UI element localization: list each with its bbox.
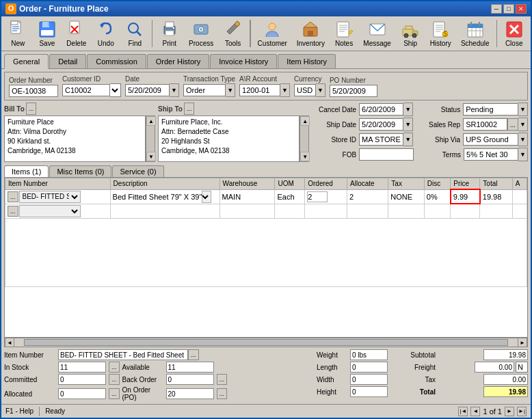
next-page-btn[interactable]: ►	[505, 407, 514, 416]
tools-button[interactable]: Tools	[219, 18, 247, 49]
description-dropdown[interactable]	[202, 191, 211, 203]
delete-button[interactable]: Delete	[62, 18, 90, 49]
transaction-type-dropdown-btn[interactable]: ▼	[226, 83, 235, 97]
first-page-btn[interactable]: |◄	[458, 407, 468, 416]
last-page-btn[interactable]: ►|	[517, 407, 527, 416]
ordered-input[interactable]	[307, 191, 328, 202]
customer-id-input[interactable]	[62, 84, 110, 96]
allocated-input[interactable]	[58, 388, 106, 399]
height-input[interactable]	[350, 386, 388, 397]
in-stock-input[interactable]	[58, 362, 106, 373]
close-button[interactable]: Close	[500, 18, 528, 49]
committed-input[interactable]	[58, 374, 106, 385]
tab-misc-items[interactable]: Misc Items (0)	[49, 165, 111, 177]
ship-button[interactable]: Ship	[397, 18, 425, 49]
ar-account-input[interactable]	[239, 84, 280, 96]
cancel-date-input[interactable]	[359, 103, 403, 116]
undo-button[interactable]: Undo	[92, 18, 120, 49]
po-number-input[interactable]	[330, 85, 377, 97]
item-browse-btn[interactable]: ...	[8, 191, 18, 202]
store-id-dropdown[interactable]: ▼	[403, 133, 413, 146]
available-input[interactable]	[166, 362, 214, 373]
scroll-thumb[interactable]	[24, 339, 508, 346]
svg-line-17	[137, 31, 141, 36]
cell-item-number[interactable]: ... BED- FITTED SHE	[5, 189, 111, 204]
schedule-button[interactable]: Schedule	[457, 18, 494, 49]
customer-button[interactable]: Customer	[254, 18, 291, 49]
print-button[interactable]: Print	[155, 18, 183, 49]
cell-ordered[interactable]	[305, 189, 347, 204]
item-browse-btn-2[interactable]: ...	[8, 206, 18, 217]
currency-dropdown-btn[interactable]: ▼	[316, 83, 325, 97]
process-button[interactable]: Process	[185, 18, 217, 49]
weight-input[interactable]	[350, 349, 388, 360]
tab-item-history[interactable]: Item History	[278, 54, 336, 68]
order-number-input[interactable]	[9, 85, 58, 97]
freight-extra-input[interactable]	[516, 362, 528, 373]
scroll-right-btn[interactable]: ►	[518, 338, 527, 347]
customer-id-dropdown[interactable]	[110, 83, 121, 97]
tab-order-history[interactable]: Order History	[147, 54, 209, 68]
bill-to-scrollbar[interactable]: ▲ ▼	[146, 116, 155, 162]
date-dropdown-btn[interactable]: ▼	[170, 83, 179, 97]
freight-value[interactable]	[475, 362, 514, 373]
table-row[interactable]: ... BED- FITTED SHE Bed Fitted Sheet 79"…	[5, 189, 527, 204]
new-button[interactable]: New	[4, 18, 32, 49]
items-h-scrollbar[interactable]: ◄ ►	[4, 338, 528, 347]
fob-input[interactable]	[359, 148, 414, 161]
prev-page-btn[interactable]: ◄	[470, 407, 480, 416]
item-number-value[interactable]	[58, 349, 188, 360]
tab-general[interactable]: General	[4, 54, 49, 69]
in-stock-browse-btn[interactable]: ...	[109, 362, 120, 373]
terms-input[interactable]	[464, 148, 518, 161]
sales-rep-dropdown[interactable]: ▼	[518, 118, 528, 131]
bill-to-browse-btn[interactable]: ...	[26, 103, 37, 115]
width-input[interactable]	[350, 374, 388, 385]
cell-price[interactable]: 9.99	[451, 189, 480, 204]
allocated-browse-btn[interactable]: ...	[109, 388, 120, 399]
cancel-date-dropdown[interactable]: ▼	[403, 103, 413, 116]
item-number-select[interactable]: BED- FITTED SHE	[19, 191, 81, 203]
length-input[interactable]	[350, 362, 388, 373]
store-id-input[interactable]	[359, 133, 403, 146]
date-input[interactable]	[125, 84, 170, 96]
find-button[interactable]: Find	[121, 18, 149, 49]
transaction-type-input[interactable]	[183, 84, 226, 96]
cell-description[interactable]: Bed Fitted Sheet 79" X 39"	[110, 189, 220, 204]
sales-rep-browse-btn[interactable]: ...	[507, 118, 518, 131]
committed-browse-btn[interactable]: ...	[109, 374, 120, 385]
status-dropdown[interactable]: ▼	[518, 103, 528, 116]
save-button[interactable]: Save	[34, 18, 62, 49]
tab-commission[interactable]: Commission	[87, 54, 146, 68]
table-row-empty-1[interactable]: ...	[5, 204, 527, 218]
item-number-select-2[interactable]	[19, 205, 81, 217]
tab-invoice-history[interactable]: Invoice History	[210, 54, 277, 68]
back-order-input[interactable]	[166, 374, 214, 385]
sales-rep-input[interactable]	[463, 118, 507, 131]
currency-input[interactable]	[294, 84, 316, 96]
ship-to-browse-btn[interactable]: ...	[184, 103, 195, 115]
status-input[interactable]	[463, 103, 518, 116]
tab-items[interactable]: Items (1)	[4, 165, 49, 177]
ship-date-dropdown[interactable]: ▼	[403, 118, 413, 131]
inventory-button[interactable]: Inventory	[293, 18, 329, 49]
window-close-button[interactable]: ✕	[516, 4, 527, 14]
message-button[interactable]: Message	[359, 18, 395, 49]
ship-to-scrollbar[interactable]: ▲ ▼	[300, 116, 309, 162]
notes-button[interactable]: Notes	[330, 18, 358, 49]
tab-detail[interactable]: Detail	[49, 54, 86, 68]
tab-service[interactable]: Service (0)	[112, 165, 163, 177]
ar-account-dropdown-btn[interactable]: ▼	[280, 83, 290, 97]
ship-via-dropdown[interactable]: ▼	[518, 133, 528, 146]
minimize-button[interactable]: ─	[491, 4, 502, 14]
terms-dropdown[interactable]: ▼	[518, 148, 528, 161]
back-order-browse-btn[interactable]: ...	[217, 374, 228, 385]
on-order-browse-btn[interactable]: ...	[217, 388, 228, 399]
ship-date-input[interactable]	[359, 118, 403, 131]
maximize-button[interactable]: □	[503, 4, 514, 14]
item-number-browse-btn[interactable]: ...	[188, 349, 199, 360]
on-order-po-input[interactable]	[166, 388, 214, 399]
history-button[interactable]: $ History	[425, 18, 455, 49]
scroll-left-btn[interactable]: ◄	[5, 338, 14, 347]
ship-via-input[interactable]	[463, 133, 518, 146]
